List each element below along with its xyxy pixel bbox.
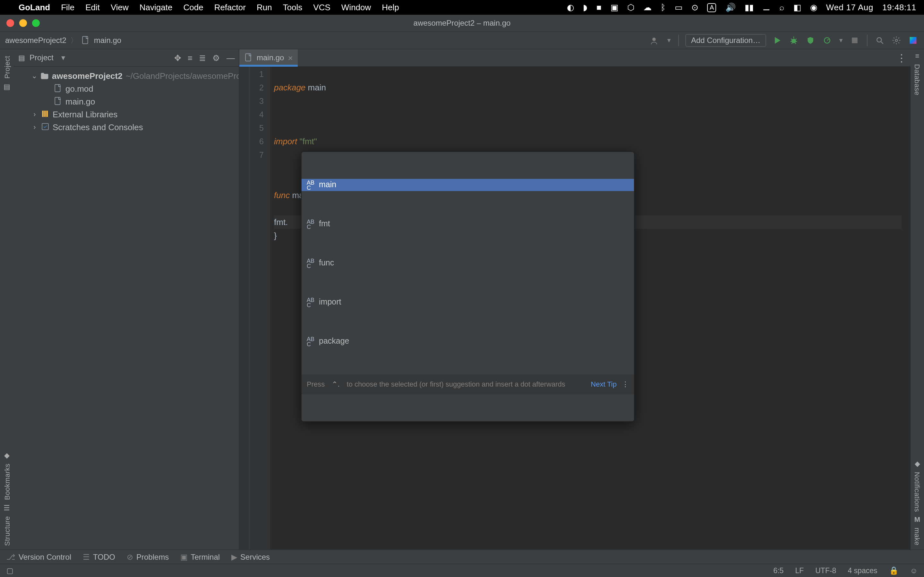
debug-icon[interactable] (788, 35, 800, 46)
add-configuration-button[interactable]: Add Configuration… (685, 34, 766, 47)
editor-area: main.go × ⋮ Paused… 1 2 3 4 5 6 7 packag… (239, 49, 911, 550)
stop-icon[interactable] (849, 35, 861, 46)
abc-icon: ABC (307, 219, 314, 229)
tray-search-icon[interactable]: ⌕ (779, 3, 784, 12)
completion-item[interactable]: ABC package (302, 335, 634, 348)
status-inspections-icon[interactable]: ☺ (910, 567, 918, 574)
menu-tools[interactable]: Tools (283, 3, 302, 12)
menu-edit[interactable]: Edit (86, 3, 100, 12)
tray-screens-icon[interactable]: ▣ (611, 3, 618, 12)
tree-external-libs[interactable]: › External Libraries (13, 108, 239, 121)
chevron-right-icon[interactable]: › (31, 110, 38, 118)
minimize-window-button[interactable] (19, 19, 27, 27)
menu-file[interactable]: File (61, 3, 74, 12)
tool-project[interactable]: Project (3, 56, 11, 79)
status-encoding[interactable]: UTF-8 (815, 567, 836, 574)
coverage-icon[interactable] (804, 35, 816, 46)
tab-main-go[interactable]: main.go × (239, 49, 298, 66)
tree-file-gomod[interactable]: go.mod (13, 82, 239, 95)
kw-func: func (274, 190, 290, 200)
tray-bluetooth-icon[interactable]: ᛒ (661, 3, 666, 12)
chevron-right-icon[interactable]: › (31, 123, 38, 131)
tray-control-center-icon[interactable]: ◧ (793, 3, 801, 12)
jetbrains-toolbox-icon[interactable] (907, 35, 919, 46)
select-opened-file-icon[interactable]: ✥ (174, 53, 181, 63)
menu-help[interactable]: Help (382, 3, 399, 12)
tabs-menu-icon[interactable]: ⋮ (897, 49, 907, 66)
tray-camera-icon[interactable]: ■ (596, 3, 602, 12)
tree-file-main[interactable]: main.go (13, 95, 239, 108)
menubar-app-name[interactable]: GoLand (19, 3, 50, 12)
tab-label: main.go (257, 53, 284, 62)
menu-view[interactable]: View (111, 3, 129, 12)
tray-app-icon[interactable]: ◐ (567, 3, 574, 12)
breadcrumb-file[interactable]: main.go (94, 36, 121, 45)
profile-icon[interactable] (821, 35, 833, 46)
project-tree[interactable]: ⌄ awesomeProject2 ~/GolandProjects/aweso… (13, 67, 239, 550)
tool-bookmarks[interactable]: Bookmarks (3, 463, 11, 500)
completion-item[interactable]: ABC func (302, 257, 634, 269)
code-with-me-icon[interactable] (649, 35, 661, 46)
run-icon[interactable] (771, 35, 783, 46)
tree-scratches[interactable]: › Scratches and Consoles (13, 121, 239, 133)
collapse-all-icon[interactable]: ≣ (199, 53, 206, 63)
menu-run[interactable]: Run (257, 3, 272, 12)
tool-notifications[interactable]: Notifications (913, 472, 921, 512)
svg-point-2 (792, 39, 796, 43)
tool-database[interactable]: Database (913, 64, 921, 95)
chevron-down-icon[interactable]: ⌄ (31, 71, 37, 80)
tray-play-icon[interactable]: ⊙ (691, 3, 698, 12)
chevron-down-icon[interactable]: ▼ (666, 37, 672, 44)
completion-item[interactable]: ABC import (302, 296, 634, 308)
menu-vcs[interactable]: VCS (313, 3, 330, 12)
tray-battery-icon[interactable]: ▮▮ (745, 3, 754, 12)
status-indent[interactable]: 4 spaces (848, 567, 877, 574)
menu-window[interactable]: Window (341, 3, 371, 12)
search-everywhere-icon[interactable] (874, 35, 885, 46)
line-number: 1 (250, 68, 264, 81)
menu-code[interactable]: Code (183, 3, 203, 12)
menubar-time[interactable]: 19:48:11 (882, 3, 916, 12)
popup-menu-icon[interactable]: ⋮ (622, 378, 629, 391)
settings-icon[interactable] (891, 35, 902, 46)
editor-scrollbar[interactable] (901, 67, 911, 550)
zoom-window-button[interactable] (32, 19, 40, 27)
menu-refactor[interactable]: Refactor (214, 3, 246, 12)
chevron-down-icon[interactable]: ▼ (838, 37, 844, 44)
code-editor[interactable]: package main import "fmt" func main(){ f… (270, 67, 901, 550)
tray-display-icon[interactable]: ▭ (675, 3, 682, 12)
problems-tool[interactable]: ⊘ Problems (127, 552, 169, 561)
tray-wifi-icon[interactable]: ⚊ (762, 3, 771, 12)
status-caret-position[interactable]: 6:5 (773, 567, 783, 574)
tray-cloud-icon[interactable]: ☁ (643, 3, 652, 12)
terminal-tool[interactable]: ▣ Terminal (180, 552, 220, 561)
project-panel-title[interactable]: Project (29, 53, 53, 62)
completion-item[interactable]: ABC fmt (302, 218, 634, 230)
tree-root-folder[interactable]: ⌄ awesomeProject2 ~/GolandProjects/aweso… (13, 69, 239, 82)
expand-all-icon[interactable]: ≡ (188, 53, 192, 63)
todo-tool[interactable]: ☰ TODO (83, 552, 115, 561)
svg-point-6 (895, 39, 898, 42)
status-hide-toolwindows-icon[interactable]: ▢ (6, 566, 13, 575)
menu-navigate[interactable]: Navigate (140, 3, 173, 12)
next-tip-link[interactable]: Next Tip (591, 378, 617, 391)
tray-app-icon[interactable]: ◗ (583, 3, 588, 12)
tray-input-icon[interactable]: A (708, 3, 716, 12)
tray-siri-icon[interactable]: ◉ (810, 3, 817, 12)
tray-hex-icon[interactable]: ⬡ (627, 3, 634, 12)
close-window-button[interactable] (6, 19, 14, 27)
tool-structure[interactable]: Structure (3, 516, 11, 546)
completion-item[interactable]: ABC main (302, 179, 634, 191)
menubar-date[interactable]: Wed 17 Aug (826, 3, 873, 12)
chevron-down-icon[interactable]: ▾ (61, 53, 65, 62)
close-tab-icon[interactable]: × (288, 53, 292, 63)
breadcrumb-project[interactable]: awesomeProject2 (5, 36, 66, 45)
status-line-ending[interactable]: LF (795, 567, 804, 574)
panel-settings-icon[interactable]: ⚙ (212, 53, 220, 63)
version-control-tool[interactable]: ⎇ Version Control (6, 552, 71, 561)
services-tool[interactable]: ▶ Services (231, 552, 270, 561)
tool-make[interactable]: make (913, 528, 921, 546)
lock-icon[interactable]: 🔒 (889, 566, 899, 575)
tray-volume-icon[interactable]: 🔊 (725, 3, 736, 12)
hide-panel-icon[interactable]: — (226, 53, 235, 63)
